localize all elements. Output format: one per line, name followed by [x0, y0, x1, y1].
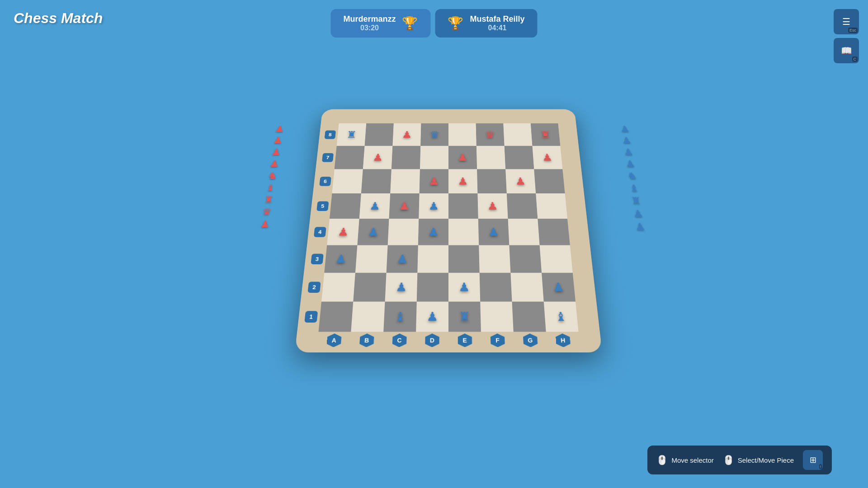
cell-6-2[interactable]: ♟ — [385, 273, 418, 302]
cell-2-6[interactable]: ♟ — [505, 169, 536, 193]
cell-0-3[interactable]: ♛ — [420, 123, 448, 146]
cell-2-5[interactable] — [477, 169, 507, 193]
col-label-a: A — [326, 333, 342, 347]
cell-4-0[interactable]: ♟ — [327, 219, 359, 245]
piece-blue-6-7: ♟ — [552, 281, 565, 293]
cell-1-5[interactable] — [476, 146, 505, 169]
cell-4-5[interactable]: ♟ — [478, 219, 509, 245]
cell-7-4[interactable]: ♜ — [448, 302, 481, 332]
cell-0-1[interactable] — [365, 123, 394, 146]
board-tray: 8 7 6 5 4 3 2 1 ♜♟♛♛♜♟♟♟♟♟♟♟♟♟♟♟♟♟♟♟♟♟♟♟… — [295, 109, 602, 352]
piece-red-0-7: ♜ — [540, 130, 551, 139]
cell-0-0[interactable]: ♜ — [337, 123, 366, 146]
cell-7-1[interactable] — [351, 302, 385, 332]
cell-4-2[interactable] — [388, 219, 419, 245]
cell-3-1[interactable]: ♟ — [359, 193, 391, 219]
cell-7-7[interactable]: ♝ — [544, 302, 579, 332]
cell-5-3[interactable] — [417, 245, 448, 273]
piece-red-1-7: ♟ — [542, 153, 553, 162]
player-1-time: 03:20 — [360, 24, 379, 32]
game-title: Chess Match — [14, 10, 103, 27]
menu-icon: ☰ — [842, 16, 850, 27]
col-label-b: B — [359, 333, 374, 347]
book-button[interactable]: 📖 C — [834, 38, 859, 63]
cell-7-3[interactable]: ♟ — [416, 302, 448, 332]
cell-5-1[interactable] — [355, 245, 388, 273]
player-2-time: 04:41 — [488, 24, 507, 32]
captured-red-3: ♟ — [269, 159, 280, 169]
cell-7-0[interactable] — [318, 302, 353, 332]
piece-blue-7-7: ♝ — [554, 310, 567, 323]
captured-red-5: ♝ — [265, 183, 276, 193]
captured-pieces-right: ♟♟♟♟♞♝♜♟♟ — [619, 124, 646, 233]
cell-1-7[interactable]: ♟ — [532, 146, 562, 169]
cell-6-3[interactable] — [417, 273, 448, 302]
cell-4-4[interactable] — [448, 219, 479, 245]
cell-3-2[interactable]: ♟ — [389, 193, 419, 219]
cell-2-2[interactable] — [390, 169, 420, 193]
captured-blue-3: ♟ — [625, 159, 636, 169]
cell-5-4[interactable] — [448, 245, 480, 273]
cell-2-7[interactable] — [534, 169, 565, 193]
c-key-badge: C — [852, 56, 858, 62]
cell-6-4[interactable]: ♟ — [448, 273, 480, 302]
piece-red-3-5: ♟ — [487, 201, 498, 211]
cell-1-4[interactable]: ♟ — [448, 146, 477, 169]
cell-4-6[interactable] — [508, 219, 540, 245]
captured-blue-6: ♜ — [630, 195, 642, 206]
col-labels: A B C D E F G H — [317, 333, 580, 347]
cell-1-6[interactable] — [505, 146, 534, 169]
cell-0-6[interactable] — [503, 123, 532, 146]
cell-3-6[interactable] — [507, 193, 538, 219]
cell-6-7[interactable]: ♟ — [542, 273, 576, 302]
captured-red-0: ♟ — [274, 124, 285, 134]
piece-red-2-3: ♟ — [429, 176, 439, 186]
cell-1-3[interactable] — [420, 146, 448, 169]
cell-5-5[interactable] — [479, 245, 510, 273]
cell-1-2[interactable] — [392, 146, 420, 169]
cell-4-3[interactable]: ♟ — [418, 219, 448, 245]
cell-2-3[interactable]: ♟ — [420, 169, 448, 193]
cell-4-7[interactable] — [538, 219, 570, 245]
cell-7-6[interactable] — [512, 302, 546, 332]
piece-red-4-0: ♟ — [337, 226, 349, 237]
cell-3-5[interactable]: ♟ — [477, 193, 508, 219]
cell-0-2[interactable]: ♟ — [392, 123, 421, 146]
esc-key-badge: Esc — [848, 28, 858, 33]
cell-3-3[interactable]: ♟ — [419, 193, 448, 219]
cell-2-4[interactable]: ♟ — [448, 169, 477, 193]
cell-0-4[interactable] — [448, 123, 476, 146]
cell-3-4[interactable] — [448, 193, 478, 219]
hud-extra-button[interactable]: ⊞ I — [803, 450, 823, 470]
cell-3-7[interactable] — [536, 193, 567, 219]
cell-4-1[interactable]: ♟ — [357, 219, 389, 245]
cell-3-0[interactable] — [330, 193, 361, 219]
cell-7-5[interactable] — [480, 302, 514, 332]
cell-2-1[interactable] — [361, 169, 392, 193]
cell-5-2[interactable]: ♟ — [387, 245, 418, 273]
player-2-name: Mustafa Reilly — [470, 14, 524, 24]
cell-6-0[interactable] — [321, 273, 355, 302]
captured-blue-8: ♟ — [634, 221, 646, 233]
piece-blue-4-5: ♟ — [488, 226, 499, 237]
cell-0-7[interactable]: ♜ — [531, 123, 560, 146]
cell-6-5[interactable] — [480, 273, 512, 302]
cell-2-0[interactable] — [332, 169, 363, 193]
cell-1-0[interactable] — [335, 146, 365, 169]
captured-blue-1: ♟ — [621, 135, 632, 145]
menu-button[interactable]: ☰ Esc — [834, 9, 859, 34]
col-label-d: D — [425, 333, 439, 347]
row-label-1: 1 — [304, 311, 318, 323]
cell-5-7[interactable] — [540, 245, 573, 273]
move-selector-label: Move selector — [671, 456, 713, 464]
cell-6-1[interactable] — [353, 273, 386, 302]
piece-blue-4-3: ♟ — [428, 226, 439, 237]
cell-5-0[interactable]: ♟ — [324, 245, 357, 273]
cell-0-5[interactable]: ♛ — [476, 123, 505, 146]
cell-1-1[interactable]: ♟ — [363, 146, 393, 169]
cell-6-6[interactable] — [510, 273, 543, 302]
captured-blue-4: ♞ — [627, 170, 638, 181]
cell-7-2[interactable]: ♝ — [383, 302, 417, 332]
piece-blue-7-2: ♝ — [394, 310, 406, 323]
cell-5-6[interactable] — [509, 245, 542, 273]
